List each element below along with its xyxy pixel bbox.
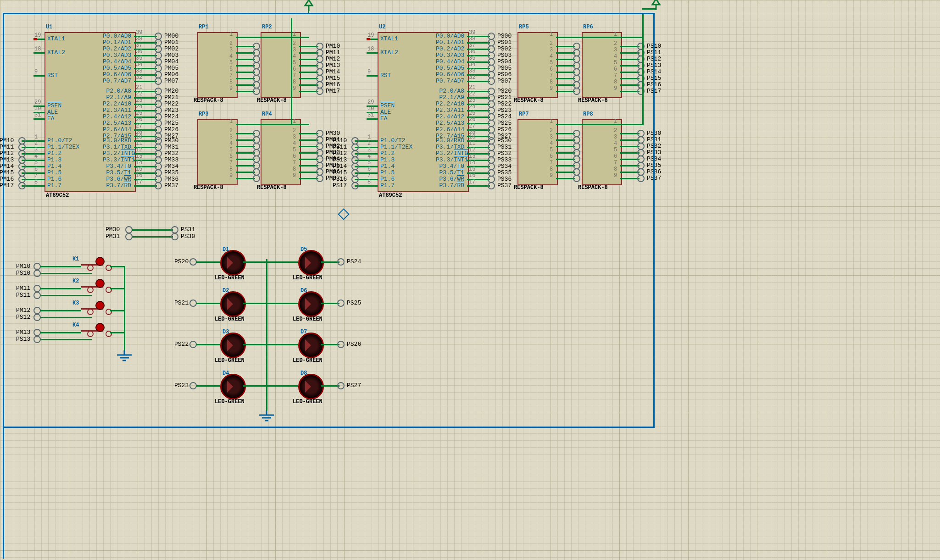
U2-pin-P3.6/WR: P3.6/WR bbox=[436, 176, 464, 183]
net-PM10: PM10 bbox=[0, 137, 14, 144]
pin-number: 9 bbox=[293, 172, 296, 179]
net-PM30: PM30 bbox=[326, 130, 340, 137]
pin-number: 6 bbox=[614, 66, 617, 72]
pin-number: 7 bbox=[367, 172, 371, 179]
U1-pin-P3.1/TXD: P3.1/TXD bbox=[103, 144, 131, 150]
pin-number: 8 bbox=[229, 166, 233, 172]
pin-number: 36 bbox=[136, 49, 142, 55]
label: PM11 bbox=[16, 285, 30, 292]
D5[interactable] bbox=[298, 250, 324, 276]
sheet-border bbox=[3, 13, 4, 559]
wire bbox=[367, 52, 378, 54]
D2[interactable] bbox=[220, 291, 246, 317]
net-PS24: PS24 bbox=[497, 113, 512, 120]
D4[interactable] bbox=[220, 374, 246, 399]
K1-cap[interactable] bbox=[95, 257, 105, 266]
K3-cap[interactable] bbox=[95, 301, 105, 310]
wire bbox=[243, 385, 267, 387]
D6[interactable] bbox=[298, 291, 324, 317]
pin-number: 1 bbox=[34, 134, 38, 140]
D7-val: LED-GREEN bbox=[293, 357, 323, 364]
wire bbox=[266, 344, 298, 345]
RP8-ref: RP8 bbox=[583, 111, 593, 117]
RP7-value: RESPACK-8 bbox=[514, 184, 544, 191]
pin-number: 1 bbox=[550, 118, 553, 125]
net-PM14: PM14 bbox=[0, 163, 14, 170]
U2-pin-P0.4/AD4: P0.4/AD4 bbox=[436, 58, 464, 65]
pin-number: 11 bbox=[469, 140, 475, 147]
U2-pin-P3.0/RXD: P3.0/RXD bbox=[436, 137, 464, 144]
net-PM12: PM12 bbox=[0, 150, 14, 157]
net-PM02: PM02 bbox=[164, 45, 178, 52]
wire bbox=[556, 59, 566, 60]
pin-number: 17 bbox=[136, 179, 142, 185]
terminal bbox=[337, 299, 345, 307]
D7[interactable] bbox=[298, 333, 324, 358]
pin-number: 34 bbox=[469, 61, 475, 68]
wire bbox=[299, 172, 309, 173]
pin-number: 26 bbox=[469, 116, 475, 123]
wire bbox=[243, 261, 267, 263]
wire bbox=[556, 159, 566, 160]
wire bbox=[33, 118, 44, 120]
pin-number: 2 bbox=[229, 40, 233, 47]
pin-number: 29 bbox=[367, 99, 374, 105]
label: PM12 bbox=[16, 307, 30, 314]
pin-number: 18 bbox=[34, 46, 41, 52]
K2-cap[interactable] bbox=[95, 279, 105, 288]
pin-number: 11 bbox=[136, 140, 142, 147]
pin-number: 6 bbox=[293, 66, 296, 72]
K4-cap[interactable] bbox=[95, 323, 105, 332]
pin-number: 5 bbox=[293, 147, 296, 153]
wire bbox=[110, 332, 124, 333]
pin-number: 2 bbox=[550, 40, 553, 47]
net-PS30: PS30 bbox=[497, 137, 512, 144]
pin-number: 7 bbox=[229, 160, 233, 166]
pin-number: 14 bbox=[469, 160, 475, 166]
U1-pin-P1.2: P1.2 bbox=[47, 150, 61, 157]
terminal bbox=[253, 88, 260, 95]
U1-pin-P0.3/AD3: P0.3/AD3 bbox=[103, 52, 131, 59]
pin-number: 1 bbox=[367, 134, 371, 140]
U2-pin-P1.6: P1.6 bbox=[380, 176, 395, 183]
pin-number: 5 bbox=[614, 147, 617, 153]
pin-number: 9 bbox=[293, 85, 296, 92]
D1[interactable] bbox=[220, 250, 246, 276]
net-PM25: PM25 bbox=[164, 120, 178, 127]
sheet-border bbox=[3, 13, 654, 14]
wire bbox=[134, 185, 145, 187]
U1-pin-ALE: ALE bbox=[47, 109, 58, 116]
wire bbox=[620, 78, 630, 79]
contact bbox=[87, 309, 94, 315]
wire bbox=[367, 75, 378, 77]
pin-number: 32 bbox=[469, 74, 475, 81]
U2-pin-P2.4/A12: P2.4/A12 bbox=[436, 113, 464, 120]
U2-pin-P0.2/AD2: P0.2/AD2 bbox=[436, 45, 464, 52]
net-PS34: PS34 bbox=[497, 163, 512, 170]
pin-number: 35 bbox=[469, 55, 475, 61]
pin-number: 22 bbox=[469, 91, 475, 97]
wire bbox=[73, 339, 92, 340]
U1-pin-P0.0/AD0: P0.0/AD0 bbox=[103, 33, 131, 39]
pin-number: 31 bbox=[34, 112, 41, 118]
wire bbox=[243, 344, 267, 345]
pin-number: 5 bbox=[550, 60, 553, 66]
net-PM11: PM11 bbox=[0, 144, 14, 150]
wire bbox=[236, 65, 246, 67]
pin-number: 23 bbox=[469, 97, 475, 104]
schematic-canvas[interactable]: U1AT89C5219XTAL118XTAL29RST29PSEN30ALE31… bbox=[0, 0, 940, 560]
net-PM30: PM30 bbox=[164, 137, 178, 144]
wire bbox=[132, 229, 173, 231]
D3[interactable] bbox=[220, 333, 246, 358]
pin-number: 4 bbox=[229, 140, 233, 147]
wire bbox=[620, 152, 630, 154]
D8[interactable] bbox=[298, 374, 324, 399]
pin-number: 9 bbox=[367, 69, 371, 75]
pin-number: 38 bbox=[136, 36, 142, 42]
U2-pin-P0.5/AD5: P0.5/AD5 bbox=[436, 65, 464, 72]
wire bbox=[266, 385, 298, 387]
stub bbox=[367, 38, 370, 40]
pin-number: 25 bbox=[136, 110, 142, 116]
terminal bbox=[488, 182, 495, 189]
contact bbox=[87, 265, 94, 271]
